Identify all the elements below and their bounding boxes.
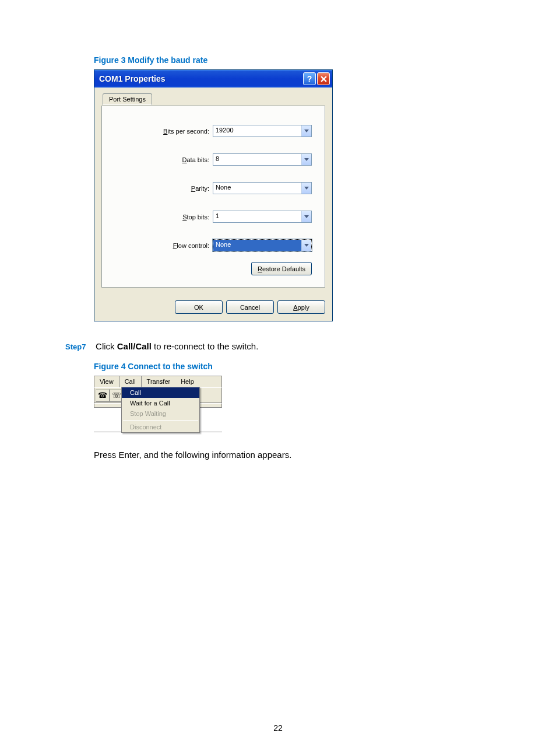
- step7-bold: Call/Call: [117, 341, 152, 351]
- tab-port-settings[interactable]: Port Settings: [103, 93, 152, 105]
- menubar: View Call Transfer Help: [94, 376, 222, 387]
- help-button[interactable]: ?: [303, 72, 316, 85]
- data-bits-combobox[interactable]: 8: [213, 153, 312, 166]
- flow-control-value: None: [213, 240, 301, 251]
- parity-label: Parity:: [191, 185, 213, 192]
- menu-call[interactable]: Call: [119, 376, 142, 387]
- menu-view[interactable]: View: [94, 376, 119, 387]
- step7-text-after: to re-connect to the switch.: [152, 341, 258, 351]
- apply-button[interactable]: Apply: [277, 300, 325, 314]
- cancel-button[interactable]: Cancel: [226, 300, 274, 314]
- menu-separator: [123, 420, 198, 421]
- stop-bits-label: Stop bits:: [182, 214, 213, 220]
- menu-item-wait-for-call[interactable]: Wait for a Call: [122, 398, 199, 408]
- call-dropdown: Call Wait for a Call Stop Waiting Discon…: [121, 387, 200, 433]
- bps-combobox[interactable]: 19200: [213, 125, 312, 137]
- help-icon: ?: [307, 74, 312, 83]
- dialog-title: COM1 Properties: [99, 74, 166, 83]
- hyperterminal-menu-screenshot: View Call Transfer Help ☎ ☏ Call Wait fo…: [94, 376, 222, 432]
- page-number: 22: [0, 723, 556, 733]
- chevron-down-icon[interactable]: [301, 211, 311, 222]
- figure-3-caption: Figure 3 Modify the baud rate: [94, 55, 498, 65]
- figure-4-caption: Figure 4 Connect to the switch: [94, 362, 498, 371]
- parity-combobox[interactable]: None: [213, 182, 312, 194]
- titlebar: COM1 Properties ?: [94, 70, 332, 88]
- data-bits-value: 8: [213, 154, 301, 165]
- data-bits-label: Data bits:: [182, 156, 213, 163]
- restore-defaults-button[interactable]: Restore Defaults: [251, 262, 312, 275]
- chevron-down-icon[interactable]: [301, 240, 311, 251]
- menu-transfer[interactable]: Transfer: [142, 376, 176, 387]
- flow-control-combobox[interactable]: None: [213, 239, 312, 251]
- step7-text-before: Click: [96, 341, 117, 351]
- parity-value: None: [213, 183, 301, 194]
- step7-label: Step7: [65, 342, 86, 351]
- ok-button[interactable]: OK: [175, 300, 223, 314]
- bps-value: 19200: [213, 125, 301, 136]
- stop-bits-value: 1: [213, 211, 301, 222]
- close-button[interactable]: [317, 72, 330, 85]
- menu-item-call[interactable]: Call: [122, 387, 199, 398]
- close-icon: [321, 76, 327, 82]
- menu-help[interactable]: Help: [175, 376, 199, 387]
- phone-icon[interactable]: ☎: [96, 389, 110, 402]
- chevron-down-icon[interactable]: [301, 154, 311, 165]
- bps-label: Bits per second:: [163, 128, 213, 135]
- chevron-down-icon[interactable]: [301, 125, 311, 136]
- press-enter-text: Press Enter, and the following informati…: [94, 450, 498, 460]
- com1-properties-dialog: COM1 Properties ? Port Settings Bits per…: [94, 69, 333, 321]
- chevron-down-icon[interactable]: [301, 183, 311, 194]
- step7-line: Step7 Click Call/Call to re-connect to t…: [65, 341, 498, 351]
- stop-bits-combobox[interactable]: 1: [213, 211, 312, 223]
- port-settings-panel: Bits per second: 19200 Data bits: 8 Pari…: [101, 106, 325, 288]
- menu-item-disconnect: Disconnect: [122, 422, 199, 432]
- flow-control-label: Flow control:: [173, 242, 213, 249]
- menu-item-stop-waiting: Stop Waiting: [122, 408, 199, 419]
